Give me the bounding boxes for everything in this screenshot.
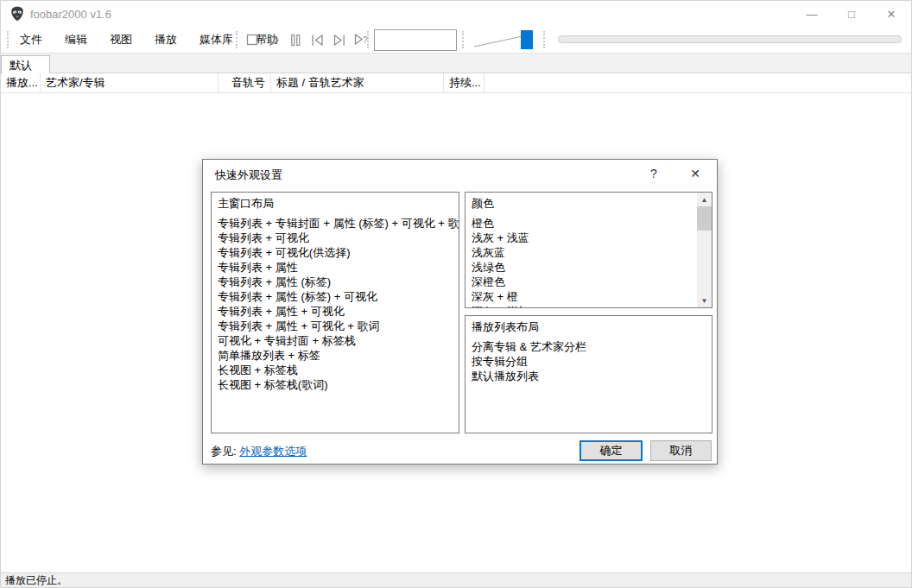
main-layout-option[interactable]: 专辑列表 + 属性 + 可视化 + 歌词: [218, 319, 459, 333]
minimize-icon: —: [807, 8, 818, 21]
maximize-button[interactable]: □: [832, 1, 871, 27]
menu-item[interactable]: 媒体库: [188, 27, 244, 53]
main-layout-header: 主窗口布局: [218, 196, 459, 211]
colors-listbox: 颜色 橙色浅灰 + 浅蓝浅灰蓝浅绿色深橙色深灰 + 橙深灰 + 洋红 ▲ ▼: [465, 192, 712, 308]
main-layout-option[interactable]: 专辑列表 + 属性 + 可视化: [218, 304, 459, 319]
stop-button[interactable]: [245, 27, 260, 53]
appearance-preferences-link[interactable]: 外观参数选项: [239, 445, 307, 458]
main-layout-option[interactable]: 专辑列表 + 可视化(供选择): [218, 245, 459, 260]
dialog-title: 快速外观设置: [215, 168, 282, 183]
playlist-column-header[interactable]: 音轨号: [218, 73, 271, 93]
close-button[interactable]: ✕: [871, 1, 911, 27]
main-layout-option[interactable]: 专辑列表 + 属性 (标签): [218, 275, 459, 289]
next-track-icon: [332, 34, 346, 47]
scrollbar-thumb[interactable]: [697, 206, 712, 231]
toolbar-gripper[interactable]: [543, 31, 546, 48]
window-controls: — □ ✕: [792, 1, 911, 27]
menu-item[interactable]: 编辑: [54, 27, 98, 53]
see-also-label: 参见:: [211, 445, 237, 458]
see-also-row: 参见: 外观参数选项: [211, 444, 307, 459]
menu-item[interactable]: 播放: [143, 27, 188, 53]
color-option[interactable]: 浅灰 + 浅蓝: [472, 231, 697, 245]
main-layout-option[interactable]: 简单播放列表 + 标签: [218, 348, 459, 363]
main-layout-option[interactable]: 专辑列表 + 属性 (标签) + 可视化: [218, 289, 459, 304]
toolbar: 文件编辑视图播放媒体库帮助 ?: [1, 27, 911, 53]
seek-bar[interactable]: [558, 35, 902, 43]
playlist-column-header[interactable]: 标题 / 音轨艺术家: [271, 73, 444, 93]
pause-icon: [289, 34, 302, 47]
random-button[interactable]: ?: [353, 27, 370, 53]
playlist-tab-strip: 默认: [1, 53, 911, 73]
minimize-button[interactable]: —: [792, 1, 832, 27]
help-icon: ?: [650, 167, 657, 180]
dialog-close-button[interactable]: ✕: [678, 161, 712, 186]
cancel-button[interactable]: 取消: [650, 440, 712, 461]
playlist-layout-listbox: 播放列表布局 分离专辑 & 艺术家分栏按专辑分组默认播放列表: [465, 315, 712, 433]
status-text: 播放已停止。: [5, 574, 67, 586]
volume-slider[interactable]: [469, 28, 538, 51]
playlist-column-header[interactable]: 播放...: [1, 73, 41, 93]
play-icon: [268, 34, 281, 47]
menu-item[interactable]: 文件: [9, 27, 54, 53]
main-layout-option[interactable]: 专辑列表 + 可视化: [218, 231, 459, 245]
previous-track-icon: [311, 34, 325, 47]
window-title: foobar2000 v1.6: [30, 8, 111, 21]
main-layout-option[interactable]: 长视图 + 标签栈: [218, 363, 459, 377]
ok-button[interactable]: 确定: [580, 440, 643, 461]
main-layout-option[interactable]: 专辑列表 + 属性: [218, 260, 459, 275]
random-play-icon: ?: [354, 33, 370, 47]
maximize-icon: □: [848, 8, 855, 21]
color-option[interactable]: 浅灰蓝: [472, 245, 697, 260]
play-button[interactable]: [267, 27, 282, 53]
colors-header: 颜色: [472, 196, 697, 211]
color-option[interactable]: 深橙色: [472, 275, 697, 289]
toolbar-gripper[interactable]: [462, 31, 465, 48]
playlist-layout-header: 播放列表布局: [472, 319, 712, 334]
scroll-down-icon[interactable]: ▼: [697, 294, 712, 307]
main-layout-listbox: 主窗口布局 专辑列表 + 专辑封面 + 属性 (标签) + 可视化 + 歌词专辑…: [211, 192, 459, 433]
color-option[interactable]: 浅绿色: [472, 260, 697, 275]
playlist-column-header[interactable]: 艺术家/专辑: [41, 73, 218, 93]
main-layout-option[interactable]: 可视化 + 专辑封面 + 标签栈: [218, 333, 459, 348]
color-option[interactable]: 深灰 + 洋红: [472, 304, 697, 308]
playlist-layout-option[interactable]: 默认播放列表: [472, 369, 712, 383]
transport-controls: ?: [245, 27, 370, 53]
pause-button[interactable]: [288, 27, 303, 53]
close-icon: ✕: [887, 8, 896, 21]
playlist-column-header[interactable]: 持续...: [444, 73, 484, 93]
colors-scrollbar[interactable]: ▲ ▼: [697, 193, 712, 307]
title-bar: foobar2000 v1.6 — □ ✕: [1, 1, 911, 27]
close-icon: ✕: [690, 167, 700, 180]
playlist-column-headers: 播放...艺术家/专辑音轨号标题 / 音轨艺术家持续...: [1, 73, 911, 93]
status-bar: 播放已停止。: [1, 572, 911, 588]
next-button[interactable]: [332, 27, 346, 53]
dialog-help-button[interactable]: ?: [639, 161, 668, 186]
scroll-up-icon[interactable]: ▲: [697, 193, 712, 206]
menu-item[interactable]: 视图: [98, 27, 143, 53]
quick-appearance-dialog: 快速外观设置 ? ✕ 主窗口布局 专辑列表 + 专辑封面 + 属性 (标签) +…: [202, 159, 718, 465]
playlist-tab-default[interactable]: 默认: [1, 55, 50, 74]
app-window: foobar2000 v1.6 — □ ✕ 文件编辑视图播放媒体库帮助: [0, 0, 912, 588]
playlist-layout-option[interactable]: 分离专辑 & 艺术家分栏: [472, 339, 712, 354]
volume-slider-handle: [521, 30, 533, 49]
foobar2000-logo-icon: [10, 6, 25, 22]
playlist-layout-option[interactable]: 按专辑分组: [472, 354, 712, 369]
svg-text:?: ?: [363, 35, 368, 45]
previous-button[interactable]: [310, 27, 325, 53]
main-layout-option[interactable]: 长视图 + 标签栈(歌词): [218, 377, 459, 392]
stop-icon: [246, 34, 259, 47]
main-layout-option[interactable]: 专辑列表 + 专辑封面 + 属性 (标签) + 可视化 + 歌词: [218, 216, 459, 231]
color-option[interactable]: 橙色: [472, 216, 697, 231]
color-option[interactable]: 深灰 + 橙: [472, 289, 697, 304]
search-input[interactable]: [374, 29, 457, 51]
